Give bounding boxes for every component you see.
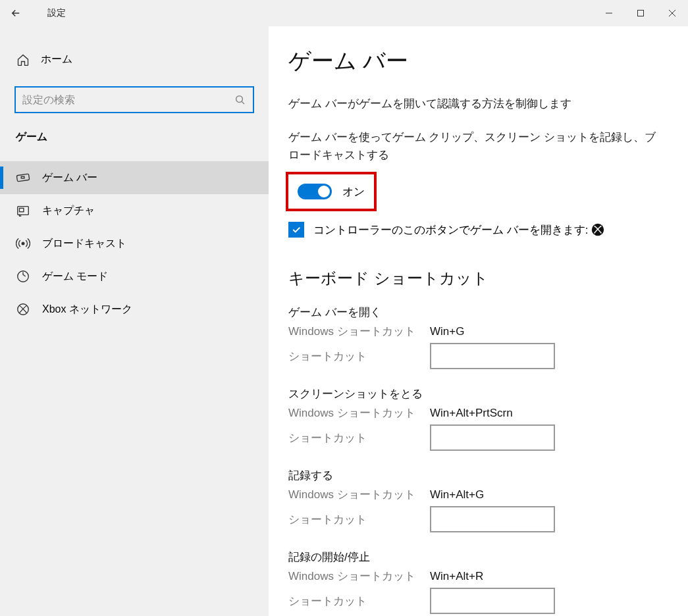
svg-rect-0: [638, 11, 644, 16]
sidebar-item-broadcast[interactable]: ブロードキャスト: [0, 227, 269, 260]
broadcast-icon: [16, 236, 30, 251]
sidebar-item-xbox-network[interactable]: Xbox ネットワーク: [0, 293, 269, 326]
svg-point-1: [236, 95, 243, 102]
controller-checkbox[interactable]: [288, 222, 304, 238]
search-box[interactable]: [14, 86, 254, 113]
sidebar-item-capture[interactable]: キャプチャ: [0, 194, 269, 227]
shortcut-custom-label: ショートカット: [288, 512, 430, 527]
shortcut-win-label: Windows ショートカット: [288, 487, 430, 502]
sidebar-item-label: キャプチャ: [42, 204, 95, 218]
shortcut-win-label: Windows ショートカット: [288, 324, 430, 339]
sidebar-item-label: ブロードキャスト: [42, 237, 126, 251]
shortcut-name: 記録の開始/停止: [288, 550, 662, 565]
shortcut-name: ゲーム バーを開く: [288, 305, 662, 320]
shortcut-record: 記録する Windows ショートカット Win+Alt+G ショートカット: [288, 468, 662, 532]
titlebar: 設定: [0, 0, 688, 26]
close-button[interactable]: [656, 0, 688, 26]
game-mode-icon: [16, 269, 30, 284]
back-button[interactable]: [0, 0, 32, 26]
shortcut-input[interactable]: [430, 424, 555, 451]
sidebar-item-label: ゲーム モード: [42, 270, 108, 284]
page-description: ゲーム バーがゲームを開いて認識する方法を制御します: [288, 96, 662, 111]
sidebar-item-label: Xbox ネットワーク: [42, 303, 132, 317]
shortcut-value: Win+G: [430, 325, 464, 338]
sidebar-item-label: ゲーム バー: [42, 171, 97, 185]
shortcut-custom-label: ショートカット: [288, 594, 430, 609]
xbox-icon: [591, 222, 605, 237]
svg-rect-5: [20, 208, 24, 212]
maximize-button[interactable]: [625, 0, 656, 26]
capture-icon: [16, 203, 30, 218]
shortcut-custom-label: ショートカット: [288, 430, 430, 446]
window-controls: [593, 0, 688, 26]
shortcut-input[interactable]: [430, 343, 555, 369]
shortcut-name: スクリーンショットをとる: [288, 386, 662, 401]
game-bar-toggle[interactable]: [298, 184, 332, 199]
toggle-highlight-box: オン: [286, 172, 377, 211]
sidebar-category: ゲーム: [0, 113, 269, 153]
shortcut-input[interactable]: [430, 506, 555, 532]
sidebar-nav: ゲーム バー キャプチャ ブロードキャスト ゲーム モード: [0, 161, 269, 326]
search-icon: [234, 94, 246, 106]
svg-point-6: [22, 242, 24, 245]
shortcut-value: Win+Alt+PrtScrn: [430, 407, 513, 420]
xbox-network-icon: [16, 302, 30, 317]
shortcuts-section-title: キーボード ショートカット: [288, 268, 662, 289]
search-input[interactable]: [22, 94, 234, 106]
sidebar-home-label: ホーム: [41, 53, 72, 66]
shortcut-custom-label: ショートカット: [288, 349, 430, 364]
shortcut-name: 記録する: [288, 468, 662, 483]
controller-checkbox-row: コントローラーのこのボタンでゲーム バーを開きます:: [288, 222, 662, 238]
shortcut-start-stop: 記録の開始/停止 Windows ショートカット Win+Alt+R ショートカ…: [288, 550, 662, 614]
shortcut-value: Win+Alt+R: [430, 570, 483, 583]
shortcut-win-label: Windows ショートカット: [288, 405, 430, 421]
home-icon: [16, 53, 30, 66]
sidebar-item-game-mode[interactable]: ゲーム モード: [0, 260, 269, 293]
window-title: 設定: [47, 7, 66, 19]
game-bar-icon: [16, 170, 30, 185]
shortcut-value: Win+Alt+G: [430, 488, 484, 501]
toggle-state-label: オン: [342, 184, 365, 199]
shortcut-input[interactable]: [430, 588, 555, 614]
page-title: ゲーム バー: [288, 46, 662, 76]
minimize-button[interactable]: [593, 0, 625, 26]
sidebar: ホーム ゲーム ゲーム バー キャプチャ: [0, 26, 269, 616]
shortcut-win-label: Windows ショートカット: [288, 569, 430, 584]
sidebar-item-game-bar[interactable]: ゲーム バー: [0, 161, 269, 194]
sidebar-home[interactable]: ホーム: [0, 45, 269, 74]
shortcut-screenshot: スクリーンショットをとる Windows ショートカット Win+Alt+Prt…: [288, 386, 662, 451]
toggle-description: ゲーム バーを使ってゲーム クリップ、スクリーン ショットを記録し、ブロードキャ…: [288, 128, 662, 164]
shortcut-open-game-bar: ゲーム バーを開く Windows ショートカット Win+G ショートカット: [288, 305, 662, 369]
controller-checkbox-label: コントローラーのこのボタンでゲーム バーを開きます:: [313, 222, 588, 238]
svg-rect-2: [16, 174, 29, 182]
main-content: ゲーム バー ゲーム バーがゲームを開いて認識する方法を制御します ゲーム バー…: [269, 26, 688, 616]
svg-rect-3: [21, 176, 24, 178]
